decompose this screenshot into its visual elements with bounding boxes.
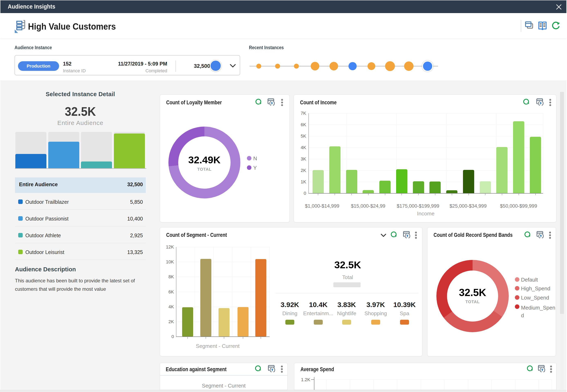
- svg-text:4K: 4K: [301, 145, 306, 150]
- svg-text:6K: 6K: [168, 289, 174, 294]
- svg-text:$50,000-$99,999: $50,000-$99,999: [500, 203, 537, 209]
- svg-text:0: 0: [304, 191, 306, 196]
- svg-text:12K: 12K: [166, 244, 174, 250]
- svg-text:3K: 3K: [301, 156, 306, 162]
- svg-text:$15,000-$24,99: $15,000-$24,99: [351, 203, 385, 209]
- svg-text:$175,000-$199,999: $175,000-$199,999: [397, 203, 439, 209]
- svg-text:Income: Income: [417, 210, 434, 217]
- svg-text:2K: 2K: [301, 168, 306, 173]
- svg-text:1.2K: 1.2K: [301, 377, 311, 382]
- svg-text:1K: 1K: [301, 179, 306, 184]
- svg-text:2K: 2K: [168, 319, 174, 324]
- svg-text:$1,000-$14,999: $1,000-$14,999: [305, 203, 339, 209]
- svg-text:6K: 6K: [301, 122, 306, 127]
- svg-text:Segment - Current: Segment - Current: [196, 343, 240, 349]
- svg-text:8K: 8K: [168, 274, 174, 279]
- svg-text:10K: 10K: [166, 259, 174, 264]
- svg-text:0: 0: [171, 334, 174, 339]
- svg-text:$25,000-$34,999: $25,000-$34,999: [449, 203, 487, 209]
- svg-text:5K: 5K: [301, 134, 306, 139]
- svg-text:7K: 7K: [301, 111, 306, 116]
- svg-text:4K: 4K: [168, 304, 174, 309]
